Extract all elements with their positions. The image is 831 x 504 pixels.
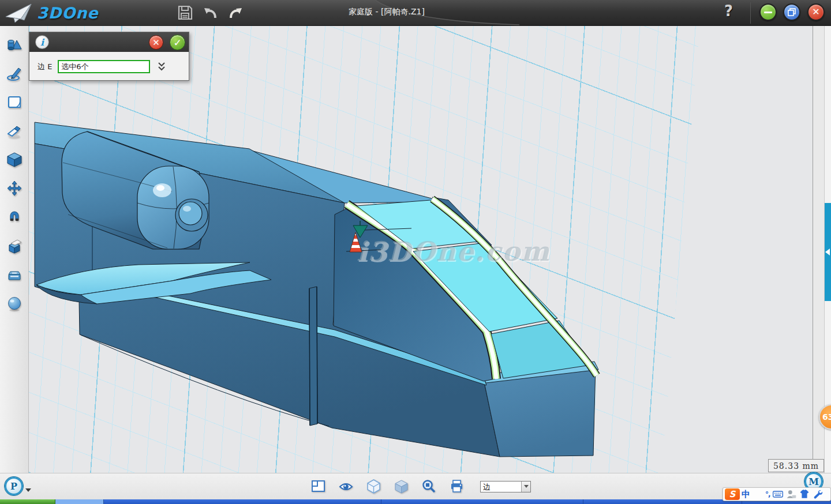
undo-icon[interactable] — [202, 4, 219, 21]
filter-value: 边 — [481, 482, 521, 492]
app-logo-icon — [3, 2, 33, 24]
ime-language-toggle[interactable]: 中 — [742, 489, 750, 500]
info-icon: i — [35, 35, 49, 49]
combine-icon[interactable] — [5, 237, 24, 255]
render-icon[interactable] — [5, 295, 24, 313]
taskbar-main-segment[interactable] — [104, 499, 831, 504]
visibility-icon[interactable] — [338, 479, 354, 494]
minimize-button[interactable] — [759, 3, 777, 21]
restore-button[interactable] — [783, 3, 800, 21]
edge-field-label: 边 E — [38, 62, 52, 72]
layout-icon[interactable] — [310, 479, 326, 494]
ime-logo[interactable]: S — [725, 488, 740, 500]
bottom-toolbar: P 边 — [0, 473, 831, 499]
os-taskbar[interactable] — [0, 499, 831, 504]
sketch-icon[interactable] — [5, 64, 24, 82]
left-arrow-icon — [825, 249, 830, 255]
wrench-icon[interactable] — [812, 488, 823, 500]
left-toolbar — [0, 26, 29, 473]
print-icon[interactable] — [449, 479, 465, 494]
save-icon[interactable] — [177, 4, 194, 21]
profile-quick-button[interactable]: P — [5, 477, 23, 495]
ime-toolbar: S 中 °, — [723, 487, 831, 501]
watermark: i3DOne.com i3DOne.com — [357, 236, 552, 268]
trim-icon[interactable] — [5, 122, 24, 140]
measurement-readout: 58.33 mm — [768, 459, 824, 472]
selection-filter-dropdown[interactable]: 边 — [480, 481, 531, 492]
overlap-squares-icon — [788, 8, 796, 16]
svg-text:i3DOne.com: i3DOne.com — [357, 236, 551, 267]
profile-dropdown-caret[interactable] — [25, 488, 31, 492]
app-name: 3DOne — [37, 4, 99, 22]
dialog-cancel-button[interactable]: ✕ — [149, 35, 163, 50]
panel-expand-tab[interactable] — [825, 203, 831, 301]
title-bar: 3DOne 家庭版 - [阿帕奇.Z1] ? ✕ — [0, 0, 831, 26]
expand-chevron-icon[interactable] — [157, 62, 166, 72]
constraint-icon[interactable] — [5, 208, 24, 227]
moon-icon[interactable] — [752, 488, 763, 500]
user-stats-icon[interactable] — [785, 488, 797, 500]
close-button[interactable]: ✕ — [807, 3, 825, 21]
dialog-header[interactable]: i ✕ ✓ — [29, 32, 189, 52]
taskbar-quicklaunch-segment[interactable] — [55, 499, 104, 504]
titlebar-divider — [750, 2, 751, 24]
help-button[interactable]: ? — [724, 2, 733, 20]
move-icon[interactable] — [5, 179, 24, 198]
selection-dialog: i ✕ ✓ 边 E — [29, 32, 189, 81]
keyboard-icon[interactable] — [772, 488, 784, 500]
feature-icon[interactable] — [5, 151, 24, 169]
shaded-icon[interactable] — [394, 479, 409, 494]
ime-punctuation-toggle[interactable]: °, — [765, 490, 770, 498]
sketch-plane-icon[interactable] — [5, 93, 24, 111]
dropdown-arrow-icon[interactable] — [521, 482, 530, 492]
taskbar-start-segment[interactable] — [0, 499, 55, 504]
zoom-box-icon[interactable] — [421, 479, 437, 494]
model-3d[interactable]: i3DOne.com i3DOne.com — [29, 26, 813, 473]
skin-icon[interactable] — [799, 488, 810, 500]
edge-selection-input[interactable] — [58, 60, 150, 73]
viewport-3d[interactable]: i3DOne.com i3DOne.com — [29, 26, 813, 473]
redo-icon[interactable] — [227, 4, 244, 21]
dialog-ok-button[interactable]: ✓ — [170, 35, 185, 50]
toolbox-icon[interactable] — [5, 266, 24, 284]
primitives-icon[interactable] — [5, 35, 24, 54]
window-title: 家庭版 - [阿帕奇.Z1] — [300, 7, 473, 17]
wireframe-icon[interactable] — [366, 479, 381, 494]
